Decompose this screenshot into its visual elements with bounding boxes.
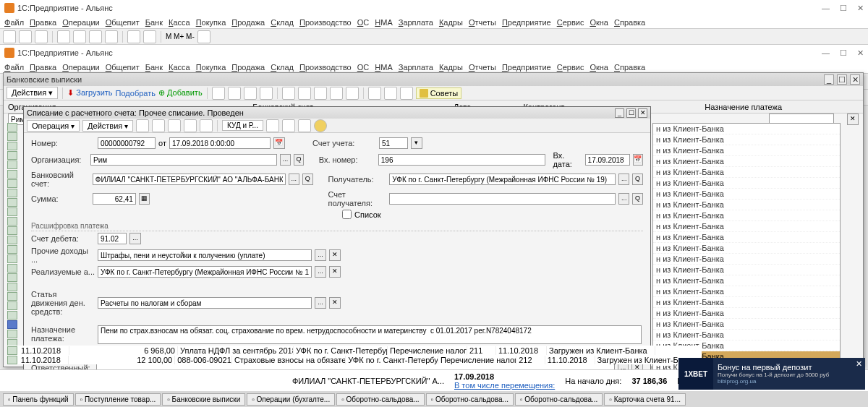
select-icon[interactable]: ... [618,173,629,185]
row-icon[interactable] [7,320,17,329]
actions-dropdown[interactable]: Действия ▾ [82,120,133,132]
row-icon[interactable] [7,311,17,320]
menu-item[interactable]: Операции [62,18,99,27]
list-item[interactable]: н из Клиент-Банка [653,297,840,308]
menu-item[interactable]: ОС [357,63,370,72]
list-item[interactable]: н из Клиент-Банка [653,330,840,340]
menu-item[interactable]: Банк [145,63,163,72]
menu-item[interactable]: Окна [590,18,608,27]
tool-btn[interactable] [298,87,311,100]
menu-item[interactable]: Предприятие [502,63,551,72]
menu-item[interactable]: НМА [375,63,392,72]
movement-article-field[interactable] [98,297,312,309]
menu-item[interactable]: Продажа [231,63,265,72]
row-icon[interactable] [7,236,17,244]
menu-item[interactable]: Общепит [106,18,140,27]
tool-btn[interactable] [200,119,213,132]
list-item[interactable]: н из Клиент-Банка [653,145,840,156]
menu-item[interactable]: Файл [4,63,24,72]
tool-btn[interactable] [260,87,273,100]
select-icon[interactable]: ... [315,297,326,309]
table-row[interactable]: 11.10.2018 6 968,00 Уплата НДФЛ за сентя… [7,346,702,355]
tool-btn[interactable] [73,30,86,43]
clear-icon[interactable]: ✕ [847,113,859,125]
list-item[interactable]: н из Клиент-Банка [653,243,840,254]
min-icon[interactable]: _ [615,108,624,118]
select-icon[interactable]: ... [289,173,299,185]
minimize-button[interactable]: — [822,48,830,58]
tool-btn[interactable] [330,87,343,100]
menu-item[interactable]: Справка [614,63,645,72]
ad-banner[interactable]: 1XBET Бонус на первый депозит Получи бон… [713,358,865,390]
select-icon[interactable]: ... [315,249,326,261]
row-icon[interactable] [7,189,17,197]
tool-btn[interactable] [136,119,149,132]
close-icon[interactable]: ✕ [850,74,860,85]
open-icon[interactable]: Q [294,154,304,166]
table-row[interactable]: 11.10.2018 12 100,00 088-006-090211 Стра… [7,355,702,364]
ad-close-icon[interactable]: ✕ [856,359,862,369]
menu-item[interactable]: Склад [271,18,294,27]
tool-btn[interactable] [143,30,156,43]
menu-item[interactable]: ОС [357,18,370,27]
tool-btn[interactable] [282,87,295,100]
tool-btn[interactable] [314,87,327,100]
actions-dropdown[interactable]: Действия ▾ [7,87,58,99]
menu-item[interactable]: Кадры [439,63,463,72]
list-item[interactable]: н из Клиент-Банка [653,319,840,330]
tool-btn[interactable] [184,119,197,132]
row-icon[interactable] [7,151,17,160]
list-item[interactable]: н из Клиент-Банка [653,178,840,189]
tool-btn[interactable] [152,119,165,132]
advice-button[interactable]: Советы [416,87,461,99]
tool-btn[interactable] [168,119,181,132]
realizable-field[interactable] [98,266,312,278]
calc-icon[interactable]: ▦ [139,193,150,205]
menu-item[interactable]: Справка [614,18,645,27]
menu-item[interactable]: Сервис [557,18,584,27]
menu-item[interactable]: Покупка [196,18,226,27]
row-icon[interactable] [7,245,17,254]
taskbar-item[interactable]: ▫ Банковские выписки [162,393,245,406]
menu-item[interactable]: НМА [375,18,392,27]
list-item[interactable]: н из Клиент-Банка [653,308,840,319]
add-button[interactable]: ⊕ Добавить [158,88,203,98]
row-icon[interactable] [7,207,17,216]
movements-link[interactable]: В том числе перемещения: [454,381,555,390]
menu-item[interactable]: Склад [271,63,294,72]
tool-btn[interactable] [57,30,70,43]
menu-item[interactable]: Отчеты [469,63,496,72]
help-icon[interactable] [314,119,327,132]
menu-item[interactable]: Зарплата [399,63,433,72]
menu-item[interactable]: Касса [169,18,190,27]
menu-item[interactable]: Правка [30,18,56,27]
maximize-button[interactable]: ☐ [840,4,847,13]
select-icon[interactable]: ... [315,266,326,278]
other-income-field[interactable] [98,249,312,261]
taskbar-item[interactable]: ▫ Поступление товар... [75,393,161,406]
clear-icon[interactable]: ✕ [329,249,341,261]
bank-account-field[interactable] [93,173,286,185]
list-item[interactable]: н из Клиент-Банка [653,265,840,275]
tool-btn[interactable] [384,87,397,100]
list-item[interactable]: н из Клиент-Банка [653,286,840,297]
tool-btn[interactable] [346,87,359,100]
operation-dropdown[interactable]: Операция ▾ [27,120,80,132]
max-icon[interactable]: ☐ [837,74,847,85]
row-icon[interactable] [7,330,17,338]
open-icon[interactable]: Q [302,173,313,185]
kud-button[interactable]: КУД и Р... [222,120,263,131]
menu-item[interactable]: Сервис [557,63,584,72]
debit-account-field[interactable] [98,233,127,244]
menu-item[interactable]: Отчеты [469,18,496,27]
tool-btn[interactable] [368,87,381,100]
menu-item[interactable]: Окна [590,63,608,72]
purpose-field[interactable]: Пени по страх.взносам на обязат. соц. ст… [98,325,642,344]
menu-item[interactable]: Файл [4,18,24,27]
account-field[interactable] [379,137,408,149]
select-icon[interactable]: ... [618,193,629,205]
menu-item[interactable]: Продажа [231,18,265,27]
close-icon[interactable]: ✕ [638,108,647,118]
row-icon[interactable] [7,226,17,235]
row-icon[interactable] [7,198,17,207]
